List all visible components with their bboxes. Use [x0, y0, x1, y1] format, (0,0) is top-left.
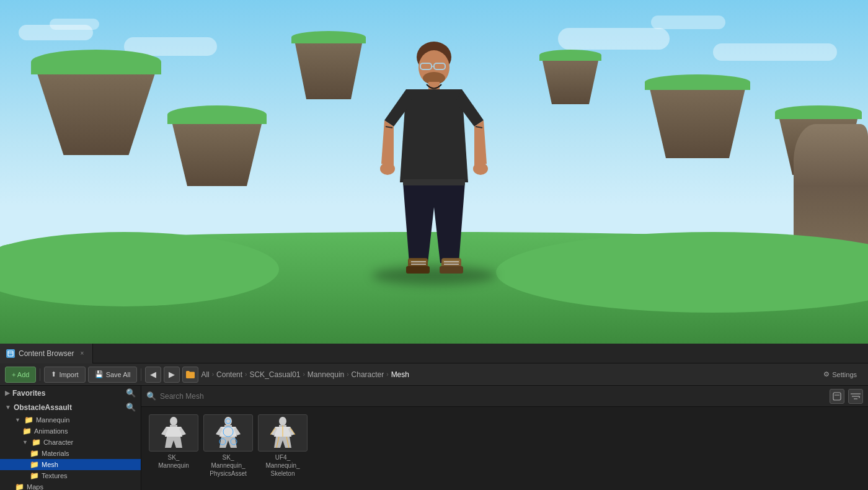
favorites-section[interactable]: ▶ Favorites 🔍: [0, 386, 141, 400]
search-icon: 🔍: [146, 391, 156, 401]
maps-label: Maps: [27, 483, 43, 490]
breadcrumb-mesh[interactable]: Mesh: [391, 370, 409, 379]
tree-item-maps[interactable]: 📁 Maps: [0, 481, 141, 490]
tree-item-textures[interactable]: 📁 Textures: [0, 470, 141, 481]
mannequin-arrow: ▼: [15, 417, 20, 423]
animations-label: Animations: [34, 427, 68, 435]
nav-forward-button[interactable]: ▶: [164, 367, 180, 383]
svg-rect-24: [833, 393, 841, 400]
breadcrumb-sck[interactable]: SCK_Casual01: [249, 370, 300, 379]
breadcrumb: All › Content › SCK_Casual01 › Mannequin…: [201, 370, 815, 379]
content-browser-tab[interactable]: Content Browser ×: [0, 344, 93, 363]
search-input[interactable]: [160, 392, 826, 401]
sidebar-tree: ▼ 📁 Mannequin 📁 Animations ▼ 📁 Character: [0, 414, 141, 490]
materials-folder-icon: 📁: [30, 449, 39, 458]
settings-gear-icon: ⚙: [823, 370, 830, 378]
svg-rect-11: [406, 266, 430, 274]
save-search-button[interactable]: [830, 389, 844, 404]
tab-close-button[interactable]: ×: [78, 349, 86, 358]
asset-grid: SK_Mannequin: [141, 407, 868, 490]
asset-sk-mannequin[interactable]: SK_Mannequin: [149, 414, 198, 478]
breadcrumb-character[interactable]: Character: [352, 370, 384, 379]
breadcrumb-mannequin[interactable]: Mannequin: [308, 370, 344, 379]
character-folder-icon: 📁: [32, 438, 41, 447]
animations-folder-icon: 📁: [22, 427, 32, 435]
svg-rect-22: [8, 351, 13, 356]
mesh-label: Mesh: [42, 461, 58, 468]
breadcrumb-all[interactable]: All: [201, 370, 209, 379]
asset-uf4-mannequin-skeleton[interactable]: UF4_Mannequin_Skeleton: [258, 414, 308, 478]
tree-item-mannequin[interactable]: ▼ 📁 Mannequin: [0, 414, 141, 425]
textures-label: Textures: [42, 472, 68, 479]
asset-sk-mannequin-label: SK_Mannequin: [158, 453, 188, 470]
mannequin-folder-icon: 📁: [24, 416, 33, 424]
svg-point-37: [279, 417, 286, 425]
project-search-icon[interactable]: 🔍: [126, 403, 136, 412]
asset-uf4-mannequin-skeleton-thumb: [258, 414, 308, 452]
svg-rect-14: [440, 266, 463, 274]
character-model: [372, 33, 496, 282]
content-browser-tab-icon: [6, 349, 15, 358]
tree-item-character[interactable]: ▼ 📁 Character: [0, 437, 141, 448]
maps-folder-icon: 📁: [15, 483, 24, 490]
materials-label: Materials: [42, 450, 69, 457]
folder-button[interactable]: [182, 367, 198, 383]
character-arrow: ▼: [22, 439, 28, 445]
import-button[interactable]: ⬆ Import: [44, 367, 85, 383]
svg-point-29: [170, 417, 177, 425]
mesh-folder-icon: 📁: [30, 460, 39, 469]
filter-button[interactable]: [848, 389, 863, 404]
mannequin-label: Mannequin: [36, 416, 69, 424]
bottom-panel: Content Browser × + Add ⬆ Import 💾 Save …: [0, 344, 868, 490]
settings-button[interactable]: ⚙ Settings: [817, 367, 863, 383]
content-browser-tab-label: Content Browser: [19, 349, 74, 358]
toolbar-separator-2: [141, 368, 141, 381]
asset-uf4-mannequin-skeleton-label: UF4_Mannequin_Skeleton: [265, 453, 299, 478]
add-button[interactable]: + Add: [5, 367, 36, 383]
favorites-label: Favorites: [12, 389, 45, 398]
favorites-search-icon[interactable]: 🔍: [126, 388, 136, 398]
svg-point-7: [380, 163, 395, 175]
sidebar: ▶ Favorites 🔍 ▼ ObstacleAssault 🔍 ▼ 📁 Ma…: [0, 386, 141, 490]
asset-sk-mannequin-physics-label: SK_Mannequin_PhysicsAsset: [210, 453, 246, 478]
save-icon: 💾: [95, 370, 104, 378]
textures-folder-icon: 📁: [30, 471, 39, 480]
asset-grid-panel: 🔍: [141, 386, 868, 490]
svg-rect-9: [403, 179, 465, 185]
asset-sk-mannequin-physics-thumb: [203, 414, 253, 452]
tree-item-animations[interactable]: 📁 Animations: [0, 425, 141, 437]
tree-item-materials[interactable]: 📁 Materials: [0, 448, 141, 459]
search-bar: 🔍: [141, 386, 868, 407]
content-area: ▶ Favorites 🔍 ▼ ObstacleAssault 🔍 ▼ 📁 Ma…: [0, 386, 868, 490]
breadcrumb-content[interactable]: Content: [216, 370, 242, 379]
svg-rect-30: [170, 425, 177, 427]
character-label: Character: [43, 439, 73, 446]
asset-sk-mannequin-thumb: [149, 414, 198, 452]
nav-back-button[interactable]: ◀: [145, 367, 161, 383]
project-arrow: ▼: [5, 404, 11, 411]
tree-item-mesh[interactable]: 📁 Mesh: [0, 459, 141, 470]
favorites-arrow: ▶: [5, 390, 10, 396]
import-icon: ⬆: [51, 370, 56, 378]
project-section[interactable]: ▼ ObstacleAssault 🔍: [0, 400, 141, 414]
toolbar-separator-1: [40, 368, 40, 381]
project-label: ObstacleAssault: [14, 403, 72, 412]
toolbar: + Add ⬆ Import 💾 Save All ◀ ▶ All › Cont…: [0, 363, 868, 386]
save-all-button[interactable]: 💾 Save All: [88, 367, 138, 383]
asset-sk-mannequin-physics[interactable]: SK_Mannequin_PhysicsAsset: [203, 414, 253, 478]
game-viewport: [0, 0, 868, 344]
tab-bar: Content Browser ×: [0, 344, 868, 363]
svg-point-8: [473, 163, 488, 175]
